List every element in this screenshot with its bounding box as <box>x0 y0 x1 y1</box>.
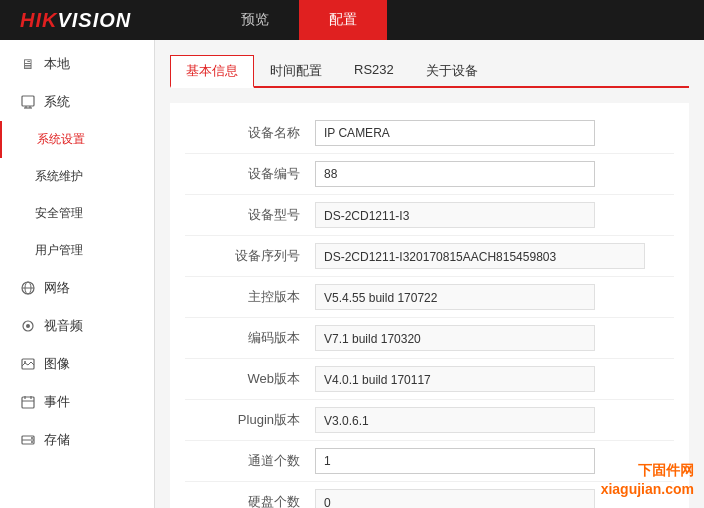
value-web-version: V4.0.1 build 170117 <box>315 366 674 392</box>
monitor-icon: 🖥 <box>20 56 36 72</box>
text-main-version: V5.4.55 build 170722 <box>315 284 595 310</box>
sidebar-item-audio-video[interactable]: 视音频 <box>0 307 154 345</box>
storage-icon <box>20 432 36 448</box>
text-serial: DS-2CD1211-I320170815AACH815459803 <box>315 243 645 269</box>
label-channel-count: 通道个数 <box>185 452 315 470</box>
sidebar-item-events[interactable]: 事件 <box>0 383 154 421</box>
watermark: 下固件网 xiagujian.com <box>601 461 694 500</box>
events-icon <box>20 394 36 410</box>
tab-rs232[interactable]: RS232 <box>338 55 410 88</box>
layout: 🖥 本地 系统 系统设置 系统维护 安全管理 用户管理 网络 <box>0 40 704 508</box>
sidebar: 🖥 本地 系统 系统设置 系统维护 安全管理 用户管理 网络 <box>0 40 155 508</box>
network-icon <box>20 280 36 296</box>
system-icon <box>20 94 36 110</box>
svg-point-17 <box>31 437 33 439</box>
label-serial: 设备序列号 <box>185 247 315 265</box>
form-row-device-name: 设备名称 <box>185 113 674 154</box>
label-device-model: 设备型号 <box>185 206 315 224</box>
tab-about-device[interactable]: 关于设备 <box>410 55 494 88</box>
logo-vision: VISION <box>57 9 131 32</box>
form-row-web-version: Web版本 V4.0.1 build 170117 <box>185 359 674 400</box>
tab-bar: 基本信息 时间配置 RS232 关于设备 <box>170 55 689 88</box>
label-device-name: 设备名称 <box>185 124 315 142</box>
value-plugin-version: V3.0.6.1 <box>315 407 674 433</box>
input-device-number[interactable] <box>315 161 595 187</box>
svg-point-18 <box>31 441 33 443</box>
sidebar-item-security[interactable]: 安全管理 <box>0 195 154 232</box>
header: HIKVISION 预览 配置 <box>0 0 704 40</box>
sidebar-item-image[interactable]: 图像 <box>0 345 154 383</box>
text-plugin-version: V3.0.6.1 <box>315 407 595 433</box>
form-row-device-number: 设备编号 <box>185 154 674 195</box>
sidebar-item-system-settings[interactable]: 系统设置 <box>0 121 154 158</box>
sidebar-item-system-maintenance[interactable]: 系统维护 <box>0 158 154 195</box>
svg-point-10 <box>24 361 26 363</box>
basic-info-form: 设备名称 设备编号 设备型号 DS-2CD1211-I3 设备序列号 <box>170 103 689 508</box>
value-encode-version: V7.1 build 170320 <box>315 325 674 351</box>
form-row-encode-version: 编码版本 V7.1 build 170320 <box>185 318 674 359</box>
input-device-name[interactable] <box>315 120 595 146</box>
value-serial: DS-2CD1211-I320170815AACH815459803 <box>315 243 674 269</box>
sidebar-item-storage[interactable]: 存储 <box>0 421 154 459</box>
tab-time-config[interactable]: 时间配置 <box>254 55 338 88</box>
value-main-version: V5.4.55 build 170722 <box>315 284 674 310</box>
label-encode-version: 编码版本 <box>185 329 315 347</box>
input-channel-count[interactable] <box>315 448 595 474</box>
text-encode-version: V7.1 build 170320 <box>315 325 595 351</box>
sidebar-item-network[interactable]: 网络 <box>0 269 154 307</box>
text-web-version: V4.0.1 build 170117 <box>315 366 595 392</box>
value-device-model: DS-2CD1211-I3 <box>315 202 674 228</box>
label-disk-count: 硬盘个数 <box>185 493 315 508</box>
logo: HIKVISION <box>0 9 151 32</box>
svg-rect-11 <box>22 397 34 408</box>
logo-hik: HIK <box>20 9 57 32</box>
sidebar-item-users[interactable]: 用户管理 <box>0 232 154 269</box>
nav: 预览 配置 <box>211 0 387 40</box>
text-device-model: DS-2CD1211-I3 <box>315 202 595 228</box>
label-plugin-version: Plugin版本 <box>185 411 315 429</box>
form-row-device-model: 设备型号 DS-2CD1211-I3 <box>185 195 674 236</box>
sidebar-item-local[interactable]: 🖥 本地 <box>0 45 154 83</box>
sidebar-item-system[interactable]: 系统 <box>0 83 154 121</box>
tab-basic-info[interactable]: 基本信息 <box>170 55 254 88</box>
value-device-name <box>315 120 674 146</box>
nav-preview[interactable]: 预览 <box>211 0 299 40</box>
label-web-version: Web版本 <box>185 370 315 388</box>
watermark-line2: xiagujian.com <box>601 480 694 500</box>
image-icon <box>20 356 36 372</box>
text-disk-count: 0 <box>315 489 595 508</box>
nav-config[interactable]: 配置 <box>299 0 387 40</box>
value-device-number <box>315 161 674 187</box>
form-row-main-version: 主控版本 V5.4.55 build 170722 <box>185 277 674 318</box>
svg-point-8 <box>26 324 30 328</box>
main-content: 基本信息 时间配置 RS232 关于设备 设备名称 设备编号 设备型号 <box>155 40 704 508</box>
form-row-plugin-version: Plugin版本 V3.0.6.1 <box>185 400 674 441</box>
svg-rect-0 <box>22 96 34 106</box>
label-device-number: 设备编号 <box>185 165 315 183</box>
audio-icon <box>20 318 36 334</box>
watermark-line1: 下固件网 <box>601 461 694 481</box>
form-row-serial: 设备序列号 DS-2CD1211-I320170815AACH815459803 <box>185 236 674 277</box>
label-main-version: 主控版本 <box>185 288 315 306</box>
